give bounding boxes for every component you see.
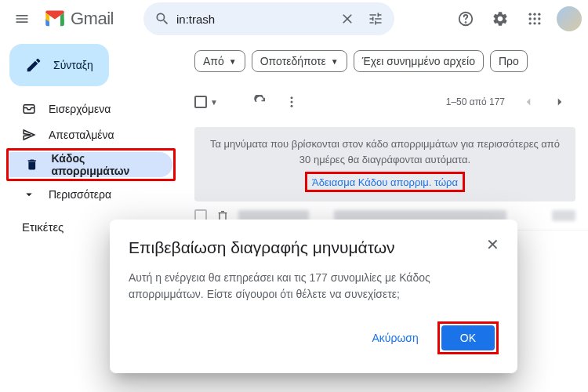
notice-text: Τα μηνύματα που βρίσκονται στον κάδο απο… [204,136,566,167]
next-page-button[interactable] [547,89,572,114]
sidebar-item-label: Απεσταλμένα [49,129,114,141]
search-bar[interactable] [143,2,394,35]
sidebar-item-label: Περισσότερα [49,188,111,201]
settings-icon[interactable] [485,3,516,34]
svg-point-7 [538,17,540,20]
support-icon[interactable] [450,3,481,34]
trash-notice: Τα μηνύματα που βρίσκονται στον κάδο απο… [194,127,575,201]
cancel-button[interactable]: Ακύρωση [359,325,430,350]
inbox-icon [22,102,36,116]
compose-button[interactable]: Σύνταξη [9,44,109,86]
clear-search-icon[interactable] [333,5,361,33]
svg-point-6 [533,17,535,20]
caret-down-icon: ▼ [331,57,339,66]
svg-point-2 [529,13,532,16]
dialog-title: Επιβεβαίωση διαγραφής μηνυμάτων [129,238,499,257]
filter-to[interactable]: Προ [490,50,528,72]
filter-any-time[interactable]: Οποτεδήποτε▼ [252,50,347,72]
confirm-dialog: ✕ Επιβεβαίωση διαγραφής μηνυμάτων Αυτή η… [110,220,517,373]
filter-has-attachment[interactable]: Έχει συνημμένο αρχείο [354,50,484,72]
sidebar-item-trash[interactable]: Κάδος απορριμμάτων [9,152,172,177]
more-button[interactable] [276,86,307,118]
sidebar-item-label: Εισερχόμενα [49,103,111,115]
compose-label: Σύνταξη [53,59,93,71]
dialog-body: Αυτή η ενέργεια θα επηρεάσει και τις 177… [129,270,499,303]
svg-point-10 [538,22,540,24]
sidebar-item-sent[interactable]: Απεσταλμένα [6,122,182,147]
gmail-icon [44,10,66,27]
svg-point-13 [290,101,292,103]
main-menu-button[interactable] [6,3,38,34]
svg-point-8 [529,22,532,24]
empty-trash-link[interactable]: Άδειασμα Κάδου απορριμ. τώρα [312,176,458,188]
pagination-info: 1–50 από 177 [446,96,505,107]
apps-icon[interactable] [519,3,550,34]
svg-point-4 [538,13,540,16]
sidebar-item-label: Κάδος απορριμμάτων [52,152,164,177]
close-dialog-button[interactable]: ✕ [480,232,505,257]
app-name: Gmail [71,9,114,29]
account-avatar[interactable] [557,6,582,31]
caret-down-icon: ▼ [229,57,237,66]
sent-icon [22,128,36,142]
ok-button[interactable]: OK [441,325,495,350]
svg-point-5 [529,17,532,20]
sidebar-item-inbox[interactable]: Εισερχόμενα [6,96,182,122]
filter-from[interactable]: Από▼ [194,50,245,72]
search-options-icon[interactable] [361,5,390,33]
svg-point-3 [533,13,535,16]
select-all-dropdown[interactable]: ▼ [209,96,220,108]
sidebar-item-more[interactable]: Περισσότερα [6,182,182,207]
svg-point-12 [290,96,292,99]
search-input[interactable] [176,13,333,26]
select-all-checkbox[interactable] [194,96,207,108]
svg-point-14 [290,105,292,107]
svg-point-1 [466,22,466,23]
pencil-icon [25,56,42,74]
search-icon[interactable] [148,5,176,33]
prev-page-button[interactable] [516,89,541,114]
refresh-button[interactable] [245,86,276,118]
trash-icon [25,158,39,172]
svg-point-9 [533,22,535,24]
gmail-logo[interactable]: Gmail [44,9,114,29]
chevron-down-icon [22,187,36,201]
